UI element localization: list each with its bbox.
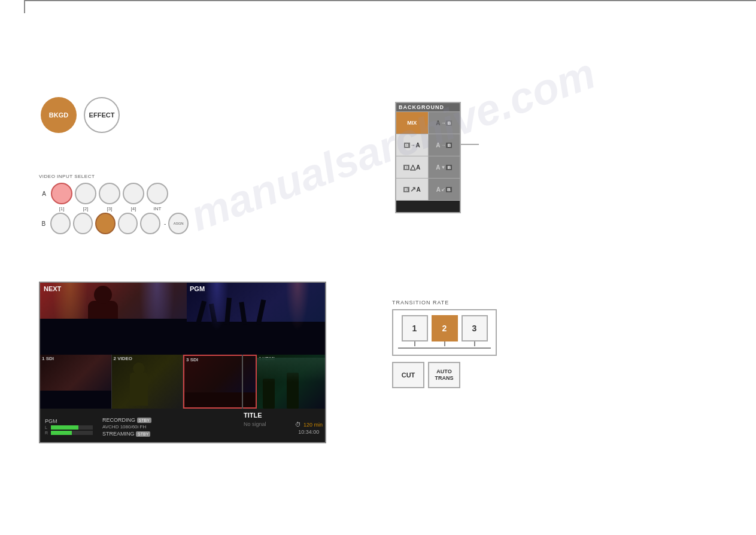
input-btn-aint[interactable]: INT [147,183,168,204]
thumb-3-label: 3 SDI [186,357,198,362]
tr-tick-3 [474,341,475,346]
recording-info: RECORDING STBY AVCHD 1080/60i FH STREAMI… [102,417,151,437]
title-area: TITLE No signal [244,412,266,427]
bkgd-button[interactable]: BKGD [41,97,77,133]
video-input-section: VIDEO INPUT SELECT A [1] [2] [3] [4] INT… [39,174,189,238]
recording-row: RECORDING STBY [102,417,151,423]
arm5 [256,300,266,325]
action-buttons: CUT AUTOTRANS [392,362,497,388]
palm1 [263,379,275,409]
thumb3-crowd [184,392,256,407]
tr-bottom-line [398,347,491,349]
tr-buttons-container: 1 2 3 [392,309,497,356]
status-bar: PGM L R RECORDING STBY [40,409,326,443]
input-btn-a2-label: [2] [75,206,96,211]
ab-icon-4: B △ A [403,163,420,171]
bg-cell-ab2[interactable]: A → B [429,134,460,156]
thumbnail-row: 1 SDI 2 VIDEO 3 SDI 4 HDMI [40,355,326,409]
pgm-meter: PGM L R [45,418,93,435]
thumb1-crowd [40,391,111,409]
input-btn-a4[interactable]: [4] [123,183,144,204]
input-btn-bint[interactable] [140,213,160,234]
cut-button[interactable]: CUT [392,362,424,388]
assign-button[interactable]: ASGN [168,213,189,234]
bg-bottom-bar [396,200,460,212]
time-remaining-row: ⏱ 120 min [295,418,323,429]
tr-buttons: 1 2 3 [398,315,491,341]
bg-connector-line [461,144,479,145]
tr-btn-1[interactable]: 1 [402,315,428,341]
meter-l-label: L [45,425,50,430]
pgm-light-1 [205,283,229,331]
bg-cell-mix[interactable]: MIX [396,112,429,134]
thumb-2-video: 2 VIDEO [112,355,184,409]
background-title: BACKGROUND [396,103,460,111]
time-icon: ⏱ [295,421,301,428]
crowd-silhouette [40,319,187,355]
recording-label: RECORDING [102,417,135,423]
input-btn-b3[interactable] [95,213,116,234]
input-btn-b2[interactable] [73,213,93,234]
monitor-container: NEXT PGM 1 SDI 2 VIDEO 3 SDI 4 HDMI [39,282,326,443]
meter-r-bg [51,431,93,435]
thumb-2-label: 2 VIDEO [114,356,133,361]
input-btn-aint-label: INT [147,206,168,211]
input-btn-a3-label: [3] [99,206,120,211]
row-a-label: A [39,191,46,197]
video-input-row-b: B - ASGN [39,213,189,234]
stby-badge-1: STBY [137,418,151,423]
meter-l-bar [51,425,78,430]
meter-r-bar [51,431,72,435]
next-label: NEXT [44,285,61,292]
top-border [24,0,756,13]
effect-button[interactable]: EFFECT [84,97,120,133]
bg-cell-ba3[interactable]: B ↗ A [396,179,429,200]
bg-cell-ab3[interactable]: A ▼ B [429,156,460,178]
thumb-4-hdmi: 4 HDMI [257,355,327,409]
input-btn-a2[interactable]: [2] [75,183,96,204]
monitor-pgm [187,283,326,355]
bg-row-4: B ↗ A A ↙ B [396,178,460,200]
performer-head [133,362,145,374]
input-btn-b4[interactable] [118,213,138,234]
tr-btn-2[interactable]: 2 [432,315,458,341]
no-signal-label: No signal [244,421,266,427]
thumb-1-label: 1 SDI [42,356,54,361]
bg-row-3: B △ A A ▼ B [396,156,460,178]
meter-row-l: L [45,425,93,430]
avchd-info: AVCHD 1080/60i FH [102,424,151,430]
bg-cell-ba2[interactable]: B △ A [396,156,429,178]
time-remaining: 120 min [303,422,323,428]
bg-cell-ba1[interactable]: B → A [396,134,429,156]
tr-btn-3[interactable]: 3 [462,315,488,341]
meter-l-bg [51,425,93,430]
watermark: manualsarchive.com [184,49,601,241]
tr-tick-2 [444,341,445,346]
bg-row-2: B → A A → B [396,134,460,156]
auto-trans-button[interactable]: AUTOTRANS [428,362,460,388]
performer [130,373,148,406]
ab-icon-3: A → B [436,142,452,149]
title-label: TITLE [244,412,266,419]
input-btn-b1[interactable] [50,213,71,234]
ab-icon-2: B → A [404,142,420,149]
input-btn-a1[interactable]: [1] [51,183,72,204]
ab-icon-5: A ▼ B [436,164,452,171]
transition-rate-section: TRANSITION RATE 1 2 3 CUT AUTOTRANS [392,300,497,388]
tr-tick-1 [414,341,415,346]
pgm-light-2 [286,283,309,331]
streaming-row: STREAMING STBY [102,431,151,437]
video-input-row-a: A [1] [2] [3] [4] INT [39,183,189,204]
bg-row-1: MIX A → B [396,111,460,134]
background-panel: BACKGROUND MIX A → B B → A A → B [395,102,461,213]
ab-icon-1: A → B [436,120,452,126]
input-btn-a1-label: [1] [51,206,72,211]
guitarist-head [94,286,112,304]
bg-cell-ab4[interactable]: A ↙ B [429,179,460,200]
monitor-section: NEXT PGM 1 SDI 2 VIDEO 3 SDI 4 HDMI [39,282,326,443]
input-btn-a3[interactable]: [3] [99,183,120,204]
pgm-label: PGM [190,285,205,292]
transition-rate-title: TRANSITION RATE [392,300,497,306]
palm-top [257,358,327,382]
bg-cell-ab1[interactable]: A → B [429,112,460,134]
